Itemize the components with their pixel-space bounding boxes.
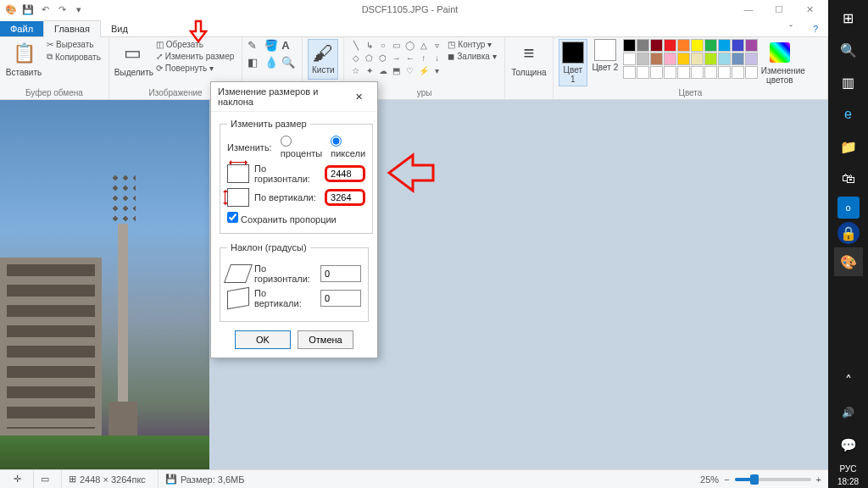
tray-chevron-icon[interactable]: ˄ bbox=[834, 366, 863, 395]
palette-swatch[interactable] bbox=[664, 66, 676, 79]
zoom-slider[interactable] bbox=[735, 478, 811, 481]
palette-swatch[interactable] bbox=[664, 39, 676, 52]
cancel-button[interactable]: Отмена bbox=[298, 330, 353, 349]
palette-swatch[interactable] bbox=[677, 39, 690, 52]
clock[interactable]: 18:28 bbox=[837, 477, 859, 486]
keep-aspect-checkbox[interactable]: Сохранить пропорции bbox=[227, 214, 337, 225]
explorer-icon[interactable]: 📁 bbox=[834, 132, 863, 161]
zoom-in-button[interactable]: + bbox=[816, 474, 821, 485]
redo-icon[interactable]: ↷ bbox=[54, 2, 70, 17]
ok-button[interactable]: OK bbox=[235, 330, 291, 349]
cut-button[interactable]: ✂Вырезать bbox=[44, 39, 103, 50]
save-icon[interactable]: 💾 bbox=[20, 2, 36, 17]
skew-legend: Наклон (градусы) bbox=[227, 242, 310, 252]
palette-swatch[interactable] bbox=[718, 66, 731, 79]
palette-swatch[interactable] bbox=[732, 53, 744, 65]
palette-swatch[interactable] bbox=[732, 39, 744, 52]
palette-swatch[interactable] bbox=[704, 53, 717, 65]
undo-icon[interactable]: ↶ bbox=[37, 2, 53, 17]
copy-icon: ⧉ bbox=[47, 52, 53, 62]
crop-icon: ◫ bbox=[156, 40, 164, 49]
zoom-tool[interactable]: 🔍 bbox=[281, 56, 297, 69]
radio-pixels[interactable]: пиксели bbox=[331, 136, 365, 158]
picker-tool[interactable]: 💧 bbox=[264, 56, 280, 69]
image-dimensions: ⊞2448 × 3264пкс bbox=[61, 470, 146, 488]
palette-swatch[interactable] bbox=[691, 53, 704, 65]
palette-swatch[interactable] bbox=[718, 53, 731, 65]
tab-home[interactable]: Главная bbox=[43, 20, 101, 37]
thickness-button[interactable]: ≡Толщина bbox=[510, 39, 548, 77]
color1-button[interactable]: Цвет 1 bbox=[559, 39, 587, 86]
palette-swatch[interactable] bbox=[623, 66, 636, 79]
skew-v-input[interactable] bbox=[320, 290, 361, 307]
vertical-input[interactable] bbox=[325, 189, 365, 206]
language-indicator[interactable]: РУС bbox=[839, 464, 856, 474]
help-icon[interactable]: ? bbox=[803, 21, 828, 36]
close-button[interactable]: ✕ bbox=[794, 0, 825, 19]
store-icon[interactable]: 🛍 bbox=[834, 164, 863, 193]
volume-icon[interactable]: 🔊 bbox=[834, 398, 863, 427]
ribbon-minimize-icon[interactable]: ˇ bbox=[779, 21, 803, 36]
minimize-button[interactable]: — bbox=[733, 0, 764, 19]
palette-swatch[interactable] bbox=[650, 53, 663, 65]
paint-taskbar-icon[interactable]: 🎨 bbox=[834, 247, 863, 276]
maximize-button[interactable]: ☐ bbox=[764, 0, 794, 19]
paste-button[interactable]: 📋Вставить bbox=[5, 39, 42, 77]
palette-swatch[interactable] bbox=[732, 66, 744, 79]
horizontal-input[interactable] bbox=[325, 165, 365, 182]
dialog-close-button[interactable]: ✕ bbox=[355, 89, 370, 104]
select-icon: ▭ bbox=[114, 39, 152, 68]
palette-swatch[interactable] bbox=[718, 39, 731, 52]
palette-swatch[interactable] bbox=[691, 39, 704, 52]
palette-swatch[interactable] bbox=[637, 53, 649, 65]
shapes-gallery[interactable]: ╲↳○▭◯△▿ ◇⬠⬡→←↑↓ ☆✦☁⬒♡⚡▾ bbox=[349, 39, 443, 76]
resize-dialog: Изменение размеров и наклона ✕ Изменить … bbox=[210, 81, 378, 358]
outlook-icon[interactable]: o bbox=[837, 197, 860, 219]
palette-swatch[interactable] bbox=[664, 53, 676, 65]
color-palette[interactable] bbox=[623, 39, 758, 79]
lock-icon[interactable]: 🔒 bbox=[837, 222, 860, 244]
pencil-tool[interactable]: ✎ bbox=[248, 39, 263, 52]
tab-file[interactable]: Файл bbox=[0, 21, 43, 36]
text-tool[interactable]: A bbox=[281, 39, 297, 52]
palette-swatch[interactable] bbox=[677, 53, 690, 65]
resize-button[interactable]: ⤢Изменить размер bbox=[153, 51, 236, 62]
taskview-icon[interactable]: ▥ bbox=[834, 68, 863, 97]
palette-swatch[interactable] bbox=[650, 39, 663, 52]
palette-swatch[interactable] bbox=[745, 39, 758, 52]
skew-v-icon bbox=[227, 287, 249, 310]
brush-button[interactable]: 🖌Кисти bbox=[308, 39, 338, 80]
action-center-icon[interactable]: 💬 bbox=[834, 430, 863, 459]
palette-swatch[interactable] bbox=[637, 66, 649, 79]
radio-percent[interactable]: проценты bbox=[281, 136, 323, 158]
outline-button[interactable]: ◳Контур ▾ bbox=[445, 39, 499, 50]
fill-button[interactable]: ◼Заливка ▾ bbox=[445, 51, 499, 62]
fill-icon: ◼ bbox=[448, 52, 454, 61]
palette-swatch[interactable] bbox=[745, 66, 758, 79]
edge-icon[interactable]: e bbox=[834, 100, 863, 129]
palette-swatch[interactable] bbox=[704, 39, 717, 52]
palette-swatch[interactable] bbox=[623, 53, 636, 65]
palette-swatch[interactable] bbox=[623, 39, 636, 52]
start-button[interactable]: ⊞ bbox=[834, 3, 863, 32]
palette-swatch[interactable] bbox=[745, 53, 758, 65]
zoom-out-button[interactable]: − bbox=[724, 474, 729, 485]
horizontal-icon bbox=[227, 164, 249, 183]
select-button[interactable]: ▭Выделить bbox=[114, 39, 152, 77]
rotate-button[interactable]: ⟳Повернуть ▾ bbox=[153, 63, 236, 74]
edit-colors-button[interactable]: Изменение цветов bbox=[761, 39, 798, 85]
copy-button[interactable]: ⧉Копировать bbox=[44, 51, 103, 63]
eraser-tool[interactable]: ◧ bbox=[248, 56, 263, 69]
palette-swatch[interactable] bbox=[650, 66, 663, 79]
palette-swatch[interactable] bbox=[637, 39, 649, 52]
search-icon[interactable]: 🔍 bbox=[834, 36, 863, 64]
qat-dropdown-icon[interactable]: ▾ bbox=[71, 2, 86, 17]
skew-h-input[interactable] bbox=[320, 265, 361, 282]
edit-colors-icon bbox=[770, 42, 790, 63]
palette-swatch[interactable] bbox=[677, 66, 690, 79]
tab-view[interactable]: Вид bbox=[101, 21, 138, 36]
palette-swatch[interactable] bbox=[691, 66, 704, 79]
palette-swatch[interactable] bbox=[704, 66, 717, 79]
color2-button[interactable]: Цвет 2 bbox=[591, 39, 620, 72]
fill-tool[interactable]: 🪣 bbox=[264, 39, 280, 52]
